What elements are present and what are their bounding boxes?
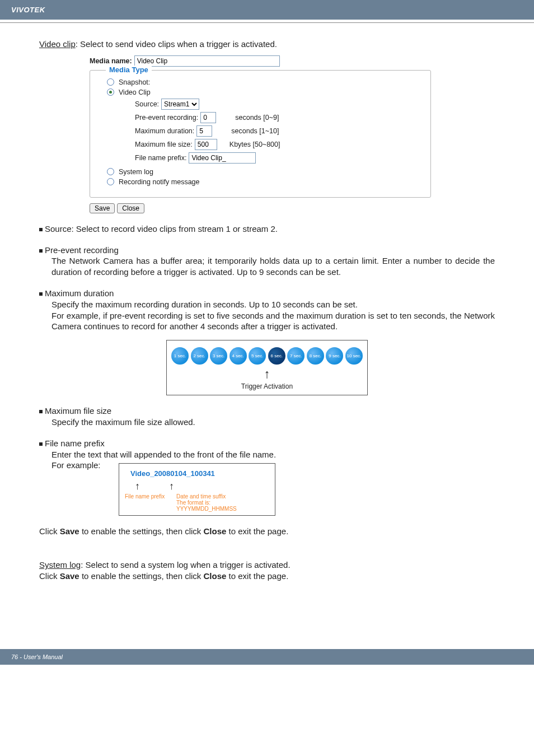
bubble-9: 9 sec.	[326, 347, 343, 365]
page-number: 76 - User's Manual	[11, 654, 63, 660]
tail-saveclose-2: Click Save to enable the settings, then …	[39, 571, 495, 582]
bullet-prefix-b2: For example:	[51, 460, 119, 471]
pre-event-units: seconds [0~9]	[235, 114, 279, 122]
radio-syslog-row[interactable]: System log	[107, 168, 421, 176]
recnotify-label: Recording notify message	[119, 178, 200, 186]
bullet-prefix-h: File name prefix	[39, 438, 495, 449]
pre-event-label: Pre-event recording:	[135, 114, 198, 122]
bubble-8: 8 sec.	[307, 347, 324, 365]
pre-event-input[interactable]	[200, 112, 216, 123]
intro-desc: : Select to send video clips when a trig…	[76, 39, 277, 49]
max-size-label: Maximum file size:	[135, 141, 193, 148]
bubble-7: 7 sec.	[287, 347, 305, 365]
bullet-maxdur-h: Maximum duration	[39, 288, 495, 299]
bullet-source: Source: Select to record video clips fro…	[39, 223, 495, 235]
tail-saveclose-1: Click Save to enable the settings, then …	[39, 526, 495, 537]
bubble-3: 3 sec.	[210, 347, 227, 365]
bubble-4: 4 sec.	[229, 347, 247, 365]
bubble-10: 10 sec.	[345, 347, 363, 365]
media-type-legend: Media Type	[106, 66, 152, 74]
arrow-up-icon: ↑	[171, 368, 363, 380]
radio-recnotify-row[interactable]: Recording notify message	[107, 178, 421, 186]
d2-label-format: The format is: YYYYMMDD_HHMMSS	[176, 500, 269, 512]
arrow-up-icon: ↑	[135, 481, 140, 491]
radio-syslog[interactable]	[107, 168, 114, 175]
media-type-fieldset: Media Type Snapshot: Video Clip Source: …	[90, 70, 431, 198]
radio-videoclip[interactable]	[107, 88, 114, 96]
bullet-preevent-h: Pre-event recording	[39, 245, 495, 256]
source-select[interactable]: Stream1	[161, 99, 199, 110]
brand-label: VIVOTEK	[11, 6, 45, 14]
bubble-5: 5 sec.	[249, 347, 266, 365]
max-dur-input[interactable]	[196, 125, 212, 137]
videoclip-label: Video Clip	[119, 88, 151, 96]
bullet-preevent-b: The Network Camera has a buffer area; it…	[51, 255, 495, 278]
max-dur-label: Maximum duration:	[135, 127, 194, 135]
close-button[interactable]: Close	[117, 203, 144, 213]
prefix-label: File name prefix:	[135, 154, 186, 162]
syslog-term: System log	[39, 560, 81, 570]
bullet-prefix-b1: Enter the text that will appended to the…	[51, 449, 495, 460]
d2-label-prefix: File name prefix	[125, 493, 176, 500]
trigger-diagram: 1 sec.2 sec.3 sec.4 sec.5 sec.6 sec.7 se…	[166, 340, 368, 395]
max-size-units: Kbytes [50~800]	[229, 141, 280, 148]
trigger-label: Trigger Activation	[171, 382, 363, 390]
media-form-screenshot: Media name: Media Type Snapshot: Video C…	[90, 55, 495, 213]
bullet-maxdur-b1: Specify the maximum recording duration i…	[51, 299, 495, 310]
media-name-input[interactable]	[134, 55, 280, 67]
bullet-maxsize-h: Maximum file size	[39, 405, 495, 417]
bubble-2: 2 sec.	[191, 347, 208, 365]
radio-videoclip-row[interactable]: Video Clip	[107, 88, 421, 96]
snapshot-label: Snapshot:	[119, 78, 150, 86]
syslog-desc: : Select to send a system log when a tri…	[81, 560, 290, 570]
page-header: VIVOTEK	[0, 0, 534, 20]
arrow-up-icon: ↑	[169, 481, 174, 491]
max-size-input[interactable]	[195, 139, 217, 150]
bubble-6: 6 sec.	[268, 347, 285, 365]
bullet-maxsize-b: Specify the maximum file size allowed.	[51, 417, 495, 428]
intro-term: Video clip	[39, 39, 76, 49]
radio-snapshot[interactable]	[107, 78, 114, 86]
source-label: Source:	[135, 100, 159, 108]
radio-recnotify[interactable]	[107, 178, 114, 185]
syslog-label: System log	[119, 168, 153, 176]
intro-paragraph: Video clip: Select to send video clips w…	[39, 39, 495, 50]
save-button[interactable]: Save	[90, 203, 115, 213]
radio-snapshot-row[interactable]: Snapshot:	[107, 78, 421, 86]
bullet-maxdur-b2: For example, if pre-event recording is s…	[51, 310, 495, 333]
bubble-1: 1 sec.	[171, 347, 189, 365]
d2-label-suffix: Date and time suffix	[176, 493, 226, 500]
max-dur-units: seconds [1~10]	[231, 127, 279, 135]
page-footer: 76 - User's Manual	[0, 649, 534, 665]
filename-example: Video_20080104_100341	[130, 469, 269, 478]
syslog-paragraph: System log: Select to send a system log …	[39, 559, 495, 571]
header-divider	[0, 22, 534, 23]
filename-diagram: Video_20080104_100341 ↑ ↑ File name pref…	[119, 463, 275, 516]
media-name-label: Media name:	[90, 57, 132, 65]
prefix-input[interactable]	[189, 152, 256, 164]
